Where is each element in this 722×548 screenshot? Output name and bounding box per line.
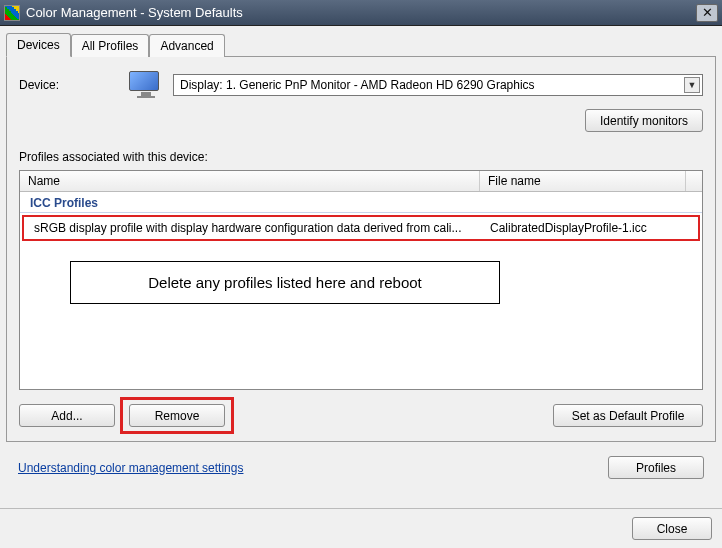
add-button[interactable]: Add... [19, 404, 115, 427]
tab-devices[interactable]: Devices [6, 33, 71, 57]
title-bar: Color Management - System Defaults ✕ [0, 0, 722, 26]
tab-strip: Devices All Profiles Advanced [6, 32, 716, 56]
monitor-icon [129, 71, 163, 99]
device-dropdown-value: Display: 1. Generic PnP Monitor - AMD Ra… [180, 78, 535, 92]
annotation-callout: Delete any profiles listed here and rebo… [70, 261, 500, 304]
app-icon [4, 5, 20, 21]
close-button[interactable]: Close [632, 517, 712, 540]
window-title: Color Management - System Defaults [26, 5, 696, 20]
tab-advanced[interactable]: Advanced [149, 34, 224, 57]
profile-file-cell: CalibratedDisplayProfile-1.icc [484, 221, 698, 235]
remove-highlight: Remove [123, 400, 231, 431]
tab-all-profiles[interactable]: All Profiles [71, 34, 150, 57]
device-dropdown[interactable]: Display: 1. Generic PnP Monitor - AMD Ra… [173, 74, 703, 96]
chevron-down-icon: ▼ [684, 77, 700, 93]
profiles-listview[interactable]: Name File name ICC Profiles sRGB display… [19, 170, 703, 390]
list-item[interactable]: sRGB display profile with display hardwa… [24, 217, 698, 239]
column-name[interactable]: Name [20, 171, 480, 191]
profile-name-cell: sRGB display profile with display hardwa… [34, 221, 484, 235]
set-default-profile-button[interactable]: Set as Default Profile [553, 404, 703, 427]
profiles-button[interactable]: Profiles [608, 456, 704, 479]
listview-header: Name File name [20, 171, 702, 192]
tab-panel-devices: Device: Display: 1. Generic PnP Monitor … [6, 56, 716, 442]
window-close-button[interactable]: ✕ [696, 4, 718, 22]
profiles-section-label: Profiles associated with this device: [19, 150, 703, 164]
listview-group-icc: ICC Profiles [20, 192, 702, 213]
column-spacer [686, 171, 702, 191]
identify-monitors-button[interactable]: Identify monitors [585, 109, 703, 132]
dialog-footer: Close [0, 508, 722, 548]
device-label: Device: [19, 78, 119, 92]
understanding-link[interactable]: Understanding color management settings [18, 461, 243, 475]
remove-button[interactable]: Remove [129, 404, 225, 427]
column-file-name[interactable]: File name [480, 171, 686, 191]
